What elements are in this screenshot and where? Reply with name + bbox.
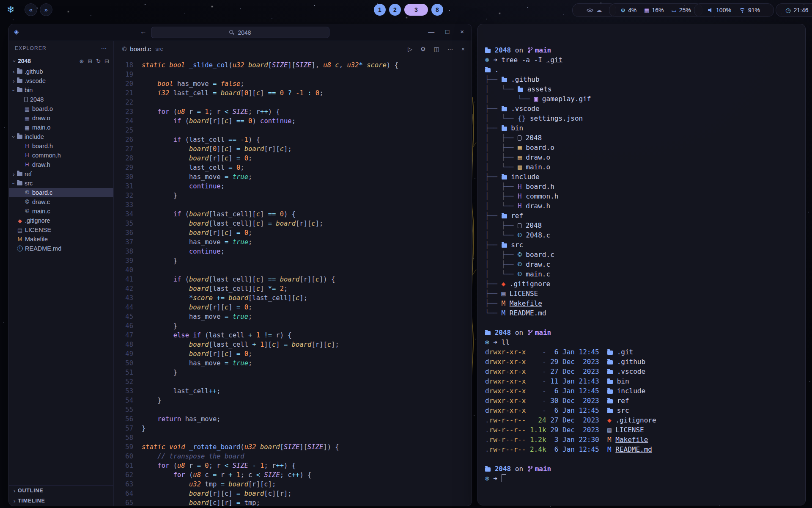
terminal-line: │ ├── © draw.c xyxy=(485,260,805,269)
explorer-item-src[interactable]: ›src xyxy=(9,179,113,188)
terminal-line: │ ├── H common.h xyxy=(485,191,805,201)
project-root[interactable]: › 2048 ⊕⊞↻⊟ xyxy=(9,55,113,66)
explorer-item-common.h[interactable]: ›Hcommon.h xyxy=(9,151,113,160)
outline-label: OUTLINE xyxy=(18,488,43,494)
explorer-item-README.md[interactable]: ›iREADME.md xyxy=(9,244,113,253)
media-prev-button[interactable]: « xyxy=(25,3,37,16)
new-file-icon[interactable]: ⊕ xyxy=(79,58,84,64)
workspace-8[interactable]: 8 xyxy=(431,4,443,16)
minimize-button[interactable]: — xyxy=(428,28,434,35)
cloud-icon: ☁ xyxy=(596,7,602,14)
code-line: 22 xyxy=(114,98,472,107)
explorer-more-button[interactable]: ⋯ xyxy=(101,45,107,52)
close-editor-icon[interactable]: × xyxy=(461,46,465,52)
terminal-line: .rw-r--r-- 2.4k 6 Jan 12:45 M README.md xyxy=(485,444,805,454)
terminal-line: │ ├── © board.c xyxy=(485,250,805,260)
code-text: return has_move; xyxy=(142,414,221,424)
code-line: 47 else if (last_cell + 1 != r) { xyxy=(114,331,472,340)
timeline-section[interactable]: › TIMELINE xyxy=(9,496,113,506)
close-button[interactable]: × xyxy=(460,28,464,35)
split-editor-icon[interactable]: ◫ xyxy=(434,46,439,52)
line-number: 64 xyxy=(114,489,142,498)
code-text: } xyxy=(142,191,177,200)
terminal-line: ├── .github xyxy=(485,75,805,84)
terminal-line: │ └── {} settings.json xyxy=(485,113,805,123)
explorer-item-Makefile[interactable]: ›MMakefile xyxy=(9,235,113,244)
workspace-3-active[interactable]: 3 xyxy=(404,4,428,16)
code-line: 25 xyxy=(114,126,472,135)
outline-section[interactable]: › OUTLINE xyxy=(9,486,113,496)
git-branch-icon xyxy=(527,46,533,56)
nav-back-button[interactable]: ← xyxy=(140,28,147,36)
git-branch-icon xyxy=(527,329,533,338)
code-text: has_move = true; xyxy=(142,172,252,182)
code-text: board[last_cell][c] *= 2; xyxy=(142,284,288,293)
code-line: 54 } xyxy=(114,396,472,405)
terminal-output: 2048 on main❄ ➜ tree -a -I .git .├── .gi… xyxy=(485,45,805,483)
chevron-right-icon: › xyxy=(11,488,18,494)
refresh-icon[interactable]: ↻ xyxy=(96,58,101,64)
info-badge-icon: i xyxy=(17,246,23,251)
workspace-2[interactable]: 2 xyxy=(389,4,401,16)
explorer-item-ref[interactable]: ›ref xyxy=(9,169,113,179)
collapse-all-icon[interactable]: ⊟ xyxy=(104,58,109,64)
explorer-item-.github[interactable]: ›.github xyxy=(9,67,113,76)
code-text: else if (last_cell + 1 != r) { xyxy=(142,331,292,340)
launcher-icon[interactable]: ❄ xyxy=(7,4,14,15)
explorer-item-draw.h[interactable]: ›Hdraw.h xyxy=(9,160,113,169)
explorer-item-draw.c[interactable]: ›©draw.c xyxy=(9,197,113,207)
explorer-item-bin[interactable]: ›bin xyxy=(9,86,113,95)
wifi-icon xyxy=(739,8,746,13)
terminal-line: drwxr-xr-x - 6 Jan 12:45 include xyxy=(485,386,805,396)
file-type-icon: H xyxy=(24,143,30,149)
line-number: 26 xyxy=(114,135,142,144)
explorer-item-draw.o[interactable]: ›▦draw.o xyxy=(9,113,113,123)
editor-titlebar[interactable]: ◈ ← → 2048 — □ × xyxy=(9,24,472,41)
line-number: 34 xyxy=(114,210,142,219)
code-line: 62 for (u8 c = r + 1; c < SIZE; c++) { xyxy=(114,470,472,480)
line-number: 47 xyxy=(114,331,142,340)
explorer-item-LICENSE[interactable]: ›▤LICENSE xyxy=(9,225,113,235)
new-folder-icon[interactable]: ⊞ xyxy=(88,58,92,64)
search-value: 2048 xyxy=(238,29,251,36)
explorer-item-label: bin xyxy=(25,87,33,94)
line-number: 48 xyxy=(114,340,142,349)
workspace-switcher: 1238 xyxy=(374,4,443,16)
run-button[interactable]: ▷ xyxy=(408,46,412,52)
terminal-line: ❄ ➜ ll xyxy=(485,337,805,347)
explorer-item-.vscode[interactable]: ›.vscode xyxy=(9,76,113,86)
code-text: } xyxy=(142,321,177,331)
folder-icon xyxy=(502,78,507,82)
more-actions-icon[interactable]: ⋯ xyxy=(447,46,453,52)
code-line: 21 i32 last_cell = board[0][c] == 0 ? -1… xyxy=(114,88,472,98)
file-type-icon: M xyxy=(17,236,23,242)
explorer-item-board.h[interactable]: ›Hboard.h xyxy=(9,141,113,151)
code-line: 26 if (last_cell == -1) { xyxy=(114,135,472,144)
command-search-box[interactable]: 2048 xyxy=(151,27,329,38)
explorer-item-main.c[interactable]: ›©main.c xyxy=(9,207,113,216)
terminal-window[interactable]: 2048 on main❄ ➜ tree -a -I .git .├── .gi… xyxy=(477,24,806,505)
code-text: board[r][c] = 0; xyxy=(142,228,252,237)
explorer-item-main.o[interactable]: ›▦main.o xyxy=(9,123,113,132)
file-type-icon: © xyxy=(518,251,522,259)
chevron-right-icon: › xyxy=(11,69,17,75)
code-area[interactable]: 18static bool _slide_col(u32 board[SIZE]… xyxy=(114,57,472,506)
workspace-1[interactable]: 1 xyxy=(374,4,386,16)
active-tab[interactable]: board.c xyxy=(130,45,151,52)
code-line: 57} xyxy=(114,424,472,433)
folder-icon xyxy=(502,243,507,248)
terminal-line: ❄ ➜ tree -a -I .git xyxy=(485,55,805,65)
explorer-item-board.c[interactable]: ›©board.c xyxy=(9,188,113,197)
settings-icon[interactable]: ⚙ xyxy=(420,46,426,52)
line-number: 33 xyxy=(114,200,142,210)
media-next-button[interactable]: » xyxy=(40,3,52,16)
timeline-label: TIMELINE xyxy=(18,498,45,504)
explorer-item-board.o[interactable]: ›▦board.o xyxy=(9,104,113,113)
explorer-item-2048[interactable]: ›2048 xyxy=(9,95,113,104)
code-text: } xyxy=(142,256,177,265)
explorer-item-include[interactable]: ›include xyxy=(9,132,113,141)
clock-time: 21:46 xyxy=(794,7,809,14)
folder-icon xyxy=(502,127,507,131)
maximize-button[interactable]: □ xyxy=(445,28,449,35)
explorer-item-.gitignore[interactable]: ›◆.gitignore xyxy=(9,216,113,225)
